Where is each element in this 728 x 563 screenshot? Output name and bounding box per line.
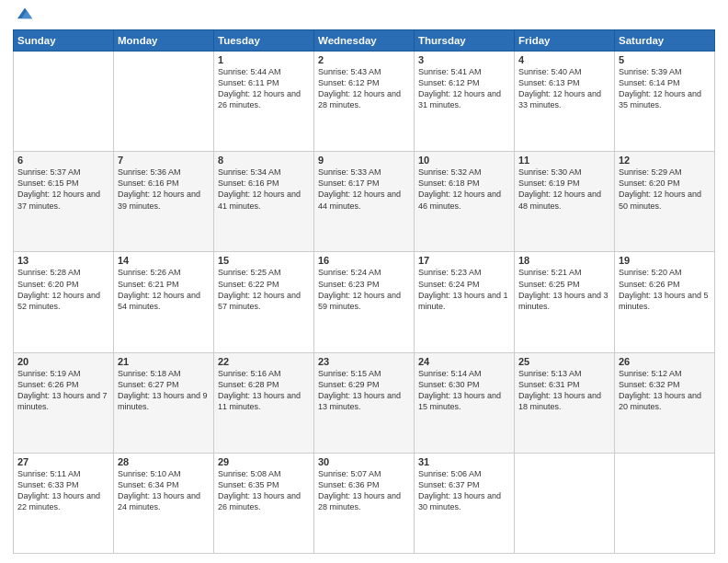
day-info: Sunrise: 5:25 AMSunset: 6:22 PMDaylight:…	[218, 267, 310, 312]
calendar-cell: 4Sunrise: 5:40 AMSunset: 6:13 PMDaylight…	[515, 52, 615, 152]
weekday-header: Wednesday	[314, 30, 415, 52]
day-info: Sunrise: 5:06 AMSunset: 6:37 PMDaylight:…	[418, 468, 510, 513]
calendar-cell: 26Sunrise: 5:12 AMSunset: 6:32 PMDayligh…	[615, 352, 715, 453]
day-number: 22	[218, 356, 310, 367]
day-number: 10	[418, 155, 510, 166]
calendar-week-row: 13Sunrise: 5:28 AMSunset: 6:20 PMDayligh…	[14, 252, 715, 352]
calendar-cell: 12Sunrise: 5:29 AMSunset: 6:20 PMDayligh…	[615, 152, 715, 252]
logo	[13, 13, 35, 24]
day-number: 12	[619, 155, 711, 166]
day-number: 20	[17, 356, 109, 367]
day-number: 14	[118, 255, 210, 266]
calendar-cell: 25Sunrise: 5:13 AMSunset: 6:31 PMDayligh…	[515, 352, 615, 453]
day-number: 5	[619, 54, 711, 65]
day-number: 1	[218, 54, 310, 65]
weekday-header: Thursday	[415, 30, 515, 52]
calendar-cell: 19Sunrise: 5:20 AMSunset: 6:26 PMDayligh…	[615, 252, 715, 352]
calendar-cell: 29Sunrise: 5:08 AMSunset: 6:35 PMDayligh…	[214, 453, 314, 553]
calendar-cell	[114, 52, 214, 152]
calendar-cell: 6Sunrise: 5:37 AMSunset: 6:15 PMDaylight…	[14, 152, 114, 252]
day-info: Sunrise: 5:18 AMSunset: 6:27 PMDaylight:…	[118, 368, 210, 413]
day-info: Sunrise: 5:32 AMSunset: 6:18 PMDaylight:…	[418, 167, 510, 212]
day-info: Sunrise: 5:39 AMSunset: 6:14 PMDaylight:…	[619, 66, 711, 111]
day-number: 30	[318, 456, 410, 467]
calendar-cell	[615, 453, 715, 553]
day-number: 2	[318, 54, 410, 65]
day-number: 4	[518, 54, 610, 65]
day-info: Sunrise: 5:23 AMSunset: 6:24 PMDaylight:…	[418, 267, 510, 312]
day-info: Sunrise: 5:11 AMSunset: 6:33 PMDaylight:…	[17, 468, 109, 513]
calendar-week-row: 27Sunrise: 5:11 AMSunset: 6:33 PMDayligh…	[14, 453, 715, 553]
weekday-header: Friday	[515, 30, 615, 52]
calendar-cell: 23Sunrise: 5:15 AMSunset: 6:29 PMDayligh…	[314, 352, 415, 453]
calendar-week-row: 20Sunrise: 5:19 AMSunset: 6:26 PMDayligh…	[14, 352, 715, 453]
day-info: Sunrise: 5:28 AMSunset: 6:20 PMDaylight:…	[17, 267, 109, 312]
calendar-cell: 31Sunrise: 5:06 AMSunset: 6:37 PMDayligh…	[415, 453, 515, 553]
day-number: 27	[17, 456, 109, 467]
calendar-cell: 8Sunrise: 5:34 AMSunset: 6:16 PMDaylight…	[214, 152, 314, 252]
calendar-cell: 15Sunrise: 5:25 AMSunset: 6:22 PMDayligh…	[214, 252, 314, 352]
day-number: 13	[17, 255, 109, 266]
logo-icon	[15, 4, 35, 24]
day-number: 26	[619, 356, 711, 367]
calendar-cell	[515, 453, 615, 553]
calendar-cell: 11Sunrise: 5:30 AMSunset: 6:19 PMDayligh…	[515, 152, 615, 252]
day-info: Sunrise: 5:19 AMSunset: 6:26 PMDaylight:…	[17, 368, 109, 413]
day-info: Sunrise: 5:14 AMSunset: 6:30 PMDaylight:…	[418, 368, 510, 413]
day-number: 25	[518, 356, 610, 367]
weekday-header: Monday	[114, 30, 214, 52]
calendar-cell	[14, 52, 114, 152]
day-number: 28	[118, 456, 210, 467]
calendar-cell: 30Sunrise: 5:07 AMSunset: 6:36 PMDayligh…	[314, 453, 415, 553]
day-number: 8	[218, 155, 310, 166]
day-info: Sunrise: 5:26 AMSunset: 6:21 PMDaylight:…	[118, 267, 210, 312]
day-number: 19	[619, 255, 711, 266]
calendar-cell: 7Sunrise: 5:36 AMSunset: 6:16 PMDaylight…	[114, 152, 214, 252]
calendar-cell: 10Sunrise: 5:32 AMSunset: 6:18 PMDayligh…	[415, 152, 515, 252]
day-number: 16	[318, 255, 410, 266]
calendar-cell: 3Sunrise: 5:41 AMSunset: 6:12 PMDaylight…	[415, 52, 515, 152]
weekday-header: Tuesday	[214, 30, 314, 52]
day-info: Sunrise: 5:34 AMSunset: 6:16 PMDaylight:…	[218, 167, 310, 212]
day-info: Sunrise: 5:40 AMSunset: 6:13 PMDaylight:…	[518, 66, 610, 111]
calendar-cell: 24Sunrise: 5:14 AMSunset: 6:30 PMDayligh…	[415, 352, 515, 453]
day-number: 24	[418, 356, 510, 367]
day-info: Sunrise: 5:12 AMSunset: 6:32 PMDaylight:…	[619, 368, 711, 413]
day-info: Sunrise: 5:41 AMSunset: 6:12 PMDaylight:…	[418, 66, 510, 111]
calendar-cell: 18Sunrise: 5:21 AMSunset: 6:25 PMDayligh…	[515, 252, 615, 352]
day-info: Sunrise: 5:43 AMSunset: 6:12 PMDaylight:…	[318, 66, 410, 111]
day-info: Sunrise: 5:13 AMSunset: 6:31 PMDaylight:…	[518, 368, 610, 413]
calendar-cell: 28Sunrise: 5:10 AMSunset: 6:34 PMDayligh…	[114, 453, 214, 553]
day-info: Sunrise: 5:30 AMSunset: 6:19 PMDaylight:…	[518, 167, 610, 212]
day-info: Sunrise: 5:36 AMSunset: 6:16 PMDaylight:…	[118, 167, 210, 212]
calendar-header-row: SundayMondayTuesdayWednesdayThursdayFrid…	[14, 30, 715, 52]
day-info: Sunrise: 5:24 AMSunset: 6:23 PMDaylight:…	[318, 267, 410, 312]
day-number: 23	[318, 356, 410, 367]
calendar-cell: 22Sunrise: 5:16 AMSunset: 6:28 PMDayligh…	[214, 352, 314, 453]
weekday-header: Saturday	[615, 30, 715, 52]
calendar-cell: 13Sunrise: 5:28 AMSunset: 6:20 PMDayligh…	[14, 252, 114, 352]
day-number: 3	[418, 54, 510, 65]
day-info: Sunrise: 5:44 AMSunset: 6:11 PMDaylight:…	[218, 66, 310, 111]
header	[13, 9, 715, 24]
calendar-week-row: 1Sunrise: 5:44 AMSunset: 6:11 PMDaylight…	[14, 52, 715, 152]
calendar-cell: 21Sunrise: 5:18 AMSunset: 6:27 PMDayligh…	[114, 352, 214, 453]
day-number: 31	[418, 456, 510, 467]
page: SundayMondayTuesdayWednesdayThursdayFrid…	[0, 0, 728, 563]
calendar-week-row: 6Sunrise: 5:37 AMSunset: 6:15 PMDaylight…	[14, 152, 715, 252]
calendar-cell: 5Sunrise: 5:39 AMSunset: 6:14 PMDaylight…	[615, 52, 715, 152]
day-info: Sunrise: 5:15 AMSunset: 6:29 PMDaylight:…	[318, 368, 410, 413]
day-info: Sunrise: 5:20 AMSunset: 6:26 PMDaylight:…	[619, 267, 711, 312]
day-info: Sunrise: 5:16 AMSunset: 6:28 PMDaylight:…	[218, 368, 310, 413]
calendar-cell: 14Sunrise: 5:26 AMSunset: 6:21 PMDayligh…	[114, 252, 214, 352]
calendar-cell: 17Sunrise: 5:23 AMSunset: 6:24 PMDayligh…	[415, 252, 515, 352]
calendar-cell: 16Sunrise: 5:24 AMSunset: 6:23 PMDayligh…	[314, 252, 415, 352]
day-number: 7	[118, 155, 210, 166]
day-info: Sunrise: 5:33 AMSunset: 6:17 PMDaylight:…	[318, 167, 410, 212]
calendar-cell: 2Sunrise: 5:43 AMSunset: 6:12 PMDaylight…	[314, 52, 415, 152]
day-number: 17	[418, 255, 510, 266]
day-info: Sunrise: 5:29 AMSunset: 6:20 PMDaylight:…	[619, 167, 711, 212]
weekday-header: Sunday	[14, 30, 114, 52]
day-info: Sunrise: 5:07 AMSunset: 6:36 PMDaylight:…	[318, 468, 410, 513]
day-number: 9	[318, 155, 410, 166]
